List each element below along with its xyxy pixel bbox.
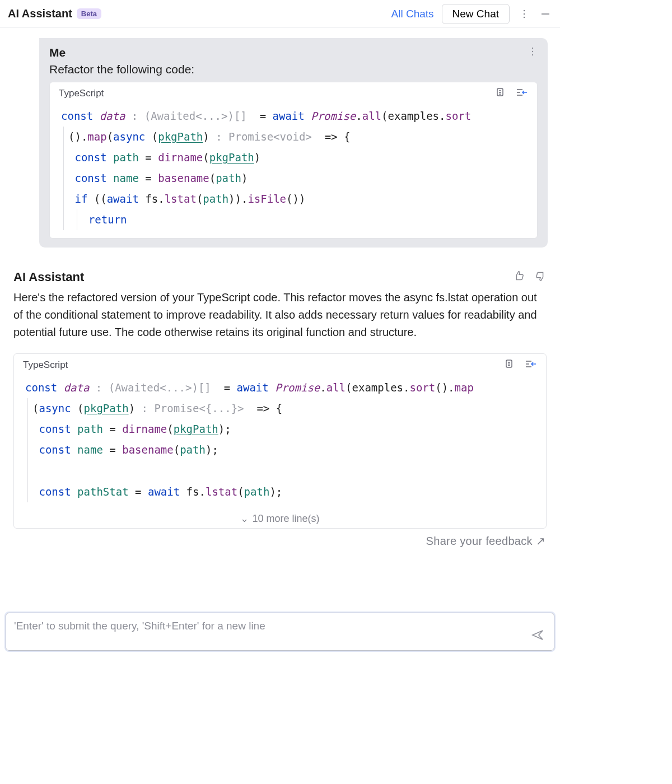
- user-code: const data : (Awaited<...>)[] = await Pr…: [50, 101, 537, 238]
- svg-point-0: [524, 10, 525, 11]
- assistant-message: AI Assistant Here's the refactored versi…: [12, 270, 548, 528]
- copy-icon[interactable]: [494, 87, 506, 100]
- code-language-label: TypeScript: [59, 88, 104, 99]
- assistant-code-block: TypeScript const data : (Awaited<...>)[]…: [13, 353, 547, 528]
- svg-point-1: [524, 13, 525, 14]
- insert-code-icon[interactable]: [516, 87, 528, 100]
- user-sender-label: Me: [49, 46, 66, 59]
- assistant-code: const data : (Awaited<...>)[] = await Pr…: [14, 373, 546, 510]
- new-chat-button[interactable]: New Chat: [442, 4, 510, 24]
- toolbar: AI Assistant Beta All Chats New Chat: [0, 0, 560, 28]
- beta-badge: Beta: [77, 8, 101, 19]
- user-code-block: TypeScript const data : (Awaited<...>)[]…: [49, 82, 538, 239]
- message-menu-icon[interactable]: [528, 46, 538, 59]
- kebab-menu-icon[interactable]: [517, 7, 531, 21]
- chat-input[interactable]: [6, 613, 554, 651]
- svg-point-2: [524, 16, 525, 17]
- thumbs-up-icon[interactable]: [513, 270, 525, 284]
- thumbs-down-icon[interactable]: [534, 270, 547, 284]
- send-icon[interactable]: [531, 628, 544, 644]
- user-message: Me Refactor the following code: TypeScri…: [39, 38, 548, 248]
- copy-icon[interactable]: [503, 358, 515, 372]
- svg-point-4: [532, 48, 533, 49]
- input-area: [6, 613, 554, 651]
- svg-point-5: [532, 51, 533, 52]
- code-language-label: TypeScript: [23, 360, 68, 371]
- user-prompt-text: Refactor the following code:: [49, 63, 538, 76]
- insert-code-icon[interactable]: [525, 358, 537, 372]
- app-title: AI Assistant: [8, 7, 72, 20]
- share-feedback-link[interactable]: Share your feedback ↗: [426, 535, 545, 547]
- assistant-sender-label: AI Assistant: [13, 270, 84, 284]
- all-chats-link[interactable]: All Chats: [391, 8, 434, 20]
- expand-more-lines[interactable]: ⌄10 more line(s): [14, 510, 546, 528]
- svg-point-6: [532, 54, 533, 55]
- assistant-response-text: Here's the refactored version of your Ty…: [13, 289, 547, 341]
- minimize-icon[interactable]: [539, 7, 552, 21]
